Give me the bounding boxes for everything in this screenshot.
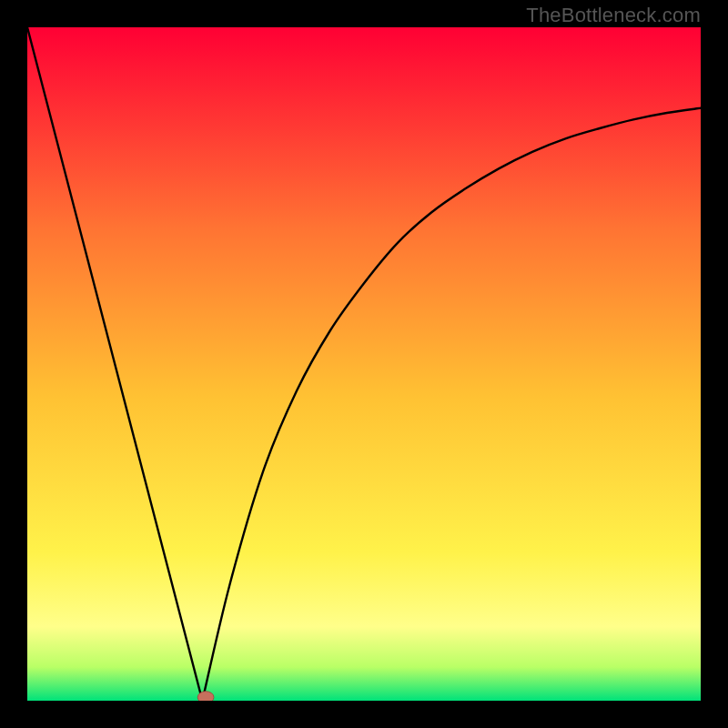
minimum-marker	[197, 692, 214, 701]
chart-frame: TheBottleneck.com	[0, 0, 728, 728]
chart-svg	[27, 27, 701, 701]
watermark-text: TheBottleneck.com	[526, 4, 701, 27]
plot-area	[27, 27, 701, 701]
